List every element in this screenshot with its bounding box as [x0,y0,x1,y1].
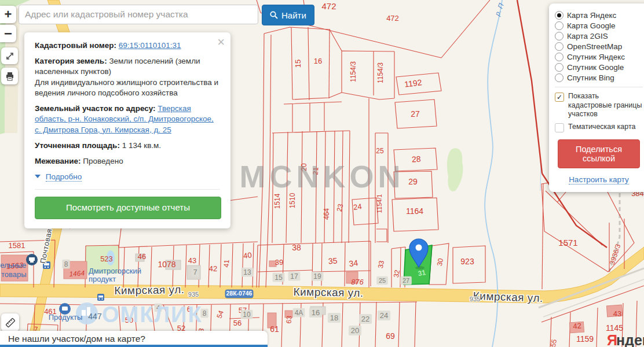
permitted-use-text: Для индивидуального жилищного строительс… [35,77,220,98]
address-label: Земельный участок по адресу: [35,104,156,113]
svg-text:22: 22 [361,315,369,323]
layer-checkbox-0[interactable]: ✓Показать кадастровые границы участков [555,92,643,119]
svg-text:34: 34 [349,258,359,268]
parcel-info-panel: × Кадастровый номер: 69:15:0110101:31 Ка… [24,32,230,228]
svg-text:25: 25 [376,147,384,155]
svg-text:Продукты: Продукты [49,313,83,322]
svg-text:15: 15 [275,274,283,282]
layer-checkbox-1[interactable]: Тематическая карта [555,123,643,132]
svg-text:42: 42 [573,321,582,330]
print-button[interactable] [1,68,18,84]
svg-text:472: 472 [386,14,399,23]
radio-icon [555,11,564,20]
svg-text:17: 17 [290,272,298,280]
checkbox-icon: ✓ [555,93,564,102]
svg-text:43: 43 [188,256,196,265]
fullscreen-button[interactable] [1,47,18,64]
measure-button[interactable] [1,313,19,331]
svg-text:472: 472 [321,1,336,11]
zoom-out-button[interactable]: − [0,25,16,42]
close-icon[interactable]: × [217,36,225,49]
svg-text:ОМКЛИК: ОМКЛИК [102,302,203,327]
layer-option-label: Спутник Bing [567,73,614,82]
layer-option-4[interactable]: Спутник Яндекс [555,53,643,61]
expand-icon [5,51,14,61]
layer-option-label: Карта Яндекс [567,11,616,20]
svg-text:27: 27 [411,109,420,119]
view-reports-button[interactable]: Посмотреть доступные отчеты [35,197,221,219]
layer-option-5[interactable]: Спутник Google [555,63,643,72]
divider [555,87,643,87]
svg-text:1154/1: 1154/1 [376,194,383,213]
svg-text:товары: товары [1,270,27,279]
svg-text:13: 13 [243,268,251,276]
cadastral-number-link[interactable]: 69:15:0110101:31 [119,41,181,50]
layer-option-0[interactable]: Карта Яндекс [555,11,643,20]
svg-text:28: 28 [412,154,422,164]
details-link[interactable]: Подробно [46,172,82,182]
svg-text:1159: 1159 [576,334,594,344]
search-input[interactable] [19,5,258,24]
layers-panel: Карта ЯндексКарта GoogleКарта 2GISOpenSt… [549,3,644,192]
area-label: Уточненная площадь: [35,141,120,150]
search-bar: Найти [19,5,314,25]
svg-text:32: 32 [392,269,401,278]
area-value: 1 134 кв.м. [122,141,161,150]
svg-text:27: 27 [402,277,409,284]
svg-text:8: 8 [203,309,207,318]
radio-icon [555,21,564,30]
svg-text:1154/3: 1154/3 [376,62,385,83]
svg-text:1154/3: 1154/3 [349,61,357,82]
svg-text:15: 15 [294,60,302,68]
svg-text:523: 523 [100,254,113,263]
svg-text:ндекс: ндекс [616,332,644,347]
svg-text:69: 69 [386,331,395,341]
radio-icon [555,73,564,82]
svg-text:1078: 1078 [158,260,175,269]
layer-option-label: OpenStreetMap [567,42,622,51]
printer-icon [5,72,14,81]
svg-text:Кимрская ул.: Кимрская ул. [473,290,543,304]
svg-text:продукт: продукт [89,275,116,283]
store-icon [26,254,38,265]
layer-option-3[interactable]: OpenStreetMap [555,42,643,51]
svg-text:1514: 1514 [273,193,281,209]
share-link-button[interactable]: Поделиться ссылкой [558,139,640,168]
svg-text:29: 29 [408,177,418,186]
layer-option-label: Спутник Google [567,63,624,72]
svg-text:1510: 1510 [288,193,297,208]
svg-text:18: 18 [330,313,338,322]
layer-option-2[interactable]: Карта 2GIS [555,32,643,40]
radio-icon [555,53,564,61]
svg-text:38: 38 [292,243,301,252]
search-button[interactable]: Найти [262,5,314,25]
layer-option-6[interactable]: Спутник Bing [555,73,643,82]
svg-text:41: 41 [222,259,230,268]
svg-text:935: 935 [470,296,480,302]
cadastral-number-label: Кадастровый номер: [35,41,116,50]
svg-text:10: 10 [243,311,251,319]
svg-text:20: 20 [351,326,359,335]
search-icon [270,11,278,19]
svg-text:Дмитрогорский: Дмитрогорский [89,267,141,275]
checkbox-icon [555,123,564,132]
bus-stop-icon [97,294,104,301]
radio-icon [555,63,564,72]
map-app: 47247215161154/31154/3119227252829116411… [0,0,644,347]
checkbox-label: Тематическая карта [568,123,635,132]
zoom-in-button[interactable]: + [0,6,16,23]
svg-text:1145: 1145 [606,323,623,333]
layer-option-1[interactable]: Карта Google [555,21,643,30]
svg-text:56: 56 [233,319,241,327]
svg-text:Кимрская ул.: Кимрская ул. [293,286,363,299]
not-found-text: Не нашли участок/дом на карте? [0,331,268,344]
ruler-icon [5,317,16,328]
svg-text:935: 935 [188,291,199,298]
svg-text:43: 43 [613,309,621,318]
configure-map-link[interactable]: Настроить карту [555,175,643,184]
svg-text:16: 16 [312,308,320,317]
svg-text:25: 25 [379,277,386,284]
survey-label: Межевание: [35,157,81,165]
svg-text:24: 24 [353,202,362,212]
svg-text:MCNKON: MCNKON [240,159,405,194]
